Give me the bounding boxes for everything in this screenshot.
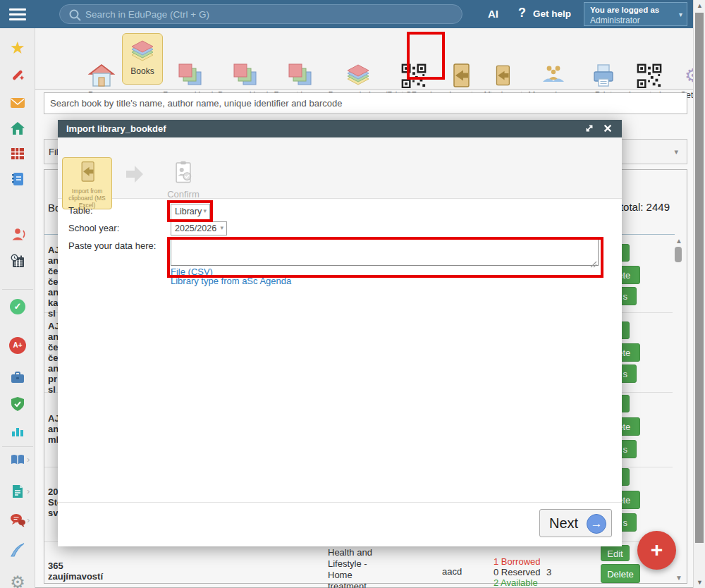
chevron-down-icon: ▾ [203, 207, 207, 214]
sidebar-item-communication[interactable]: › [0, 512, 35, 532]
modal-title-bar[interactable]: Import library_bookdef [58, 120, 622, 137]
asc-agenda-link[interactable]: Library type from aSc Agenda [171, 276, 291, 286]
logged-as-label: You are logged as [590, 6, 659, 14]
next-button[interactable]: Next → [539, 509, 612, 537]
printer-icon [589, 61, 618, 90]
modal-steps-bar: Import fromclipboard (MSExcel) Confirm [58, 137, 622, 199]
sidebar-item-library[interactable]: › [0, 451, 35, 471]
page-scrollbar[interactable]: ▲ ▼ [693, 0, 705, 588]
sidebar-item-security[interactable] [0, 396, 35, 415]
sidebar-item-settings[interactable]: ⚙ [0, 572, 35, 588]
library-ribbon: Borrow Books Reserved books Borrowed boo… [35, 28, 693, 90]
scrollbar-thumb[interactable] [695, 13, 704, 543]
person-icon [9, 233, 26, 245]
sidebar-item-wizard[interactable] [0, 66, 35, 86]
step-arrow-icon [125, 164, 145, 187]
book-category: Health andLifestyle -Hometreatment [328, 547, 372, 588]
sidebar-item-messages[interactable] [0, 94, 35, 114]
star-icon: ★ [10, 38, 25, 57]
sidebar-item-classbook[interactable] [0, 171, 35, 190]
chat-bubbles-icon [9, 519, 26, 531]
magic-wand-icon [9, 73, 26, 85]
row-edit-button[interactable]: Edit [601, 545, 630, 561]
add-book-fab[interactable]: + [637, 531, 676, 570]
sidebar-item-approvals[interactable]: ✓ [0, 299, 35, 314]
briefcase-icon [9, 376, 26, 388]
global-search [59, 4, 462, 24]
logged-user-name: Administrator [590, 16, 640, 25]
bar-chart-icon [9, 429, 26, 441]
book-search-field[interactable] [44, 92, 687, 114]
sidebar-item-documents[interactable]: › [0, 483, 35, 503]
a-plus-circle-icon: A+ [9, 337, 26, 354]
house-icon [9, 127, 26, 139]
search-icon [68, 8, 82, 25]
sidebar-item-calendar[interactable] [0, 252, 35, 272]
gear-icon: ⚙ [10, 572, 25, 588]
book-layers-icon [128, 37, 157, 66]
footer-divider [58, 502, 622, 503]
next-button-label: Next [549, 515, 578, 532]
chevron-right-icon: › [27, 454, 30, 465]
scroll-down-icon[interactable]: ▼ [694, 577, 705, 588]
sidebar-item-home[interactable] [0, 120, 35, 140]
ai-button[interactable]: AI [488, 8, 498, 20]
paste-data-textarea[interactable] [171, 238, 599, 266]
sidebar-item-students[interactable] [0, 226, 35, 245]
document-icon [9, 490, 26, 502]
help-question-icon[interactable]: ? [518, 6, 526, 20]
table-select[interactable]: Library ▾ [171, 204, 210, 220]
shield-check-icon [9, 403, 26, 415]
confirm-clipboard-icon [173, 173, 193, 185]
step-import-from-clipboard[interactable]: Import fromclipboard (MSExcel) [62, 157, 112, 209]
notebook-icon [9, 178, 26, 190]
get-help-button[interactable]: Get help [533, 8, 571, 19]
table-scroll-up-icon[interactable]: ▲ [675, 237, 682, 245]
resize-handle-icon[interactable] [590, 258, 597, 271]
table-scroll-down-icon[interactable]: ▼ [675, 574, 682, 582]
available-count[interactable]: 2 Available [494, 577, 538, 588]
import-modal: Import library_bookdef Import fromclipbo… [58, 120, 622, 546]
school-year-select[interactable]: 2025/2026 ▾ [171, 221, 227, 235]
sidebar-item-statistics[interactable] [0, 422, 35, 442]
school-year-value: 2025/2026 [175, 223, 216, 233]
top-bar: AI ? Get help You are logged as Administ… [0, 0, 693, 28]
house-borrow-icon [87, 61, 116, 90]
modal-title: Import library_bookdef [66, 123, 166, 134]
ribbon-item-books[interactable]: Books [122, 33, 163, 85]
book-title: 365zaujímavostí [48, 561, 103, 582]
table-scrollbar-thumb[interactable] [675, 247, 682, 262]
sidebar-item-exams[interactable] [0, 541, 35, 561]
logged-user-dropdown[interactable]: You are logged as Administrator ▾ [584, 2, 687, 26]
sidebar-divider [2, 446, 33, 447]
sidebar-item-timetable[interactable] [0, 145, 35, 165]
expand-icon[interactable] [584, 123, 595, 137]
scroll-up-icon[interactable]: ▲ [694, 0, 705, 11]
people-icon [539, 61, 568, 90]
sidebar-item-agenda[interactable] [0, 369, 35, 388]
sidebar-item-grades[interactable]: A+ [0, 337, 35, 354]
search-input[interactable] [85, 6, 452, 22]
envelope-icon [9, 102, 26, 114]
sidebar-divider [2, 289, 33, 290]
paste-data-label: Paste your data here: [68, 240, 156, 251]
edupage-library-screen: AI ? Get help You are logged as Administ… [0, 0, 705, 588]
quill-pen-icon [9, 549, 26, 561]
copies-count: 3 [546, 567, 551, 577]
qr-code-icon [400, 61, 427, 90]
chevron-down-icon: ▾ [220, 224, 223, 231]
row-delete-button[interactable]: Delete [601, 564, 640, 583]
book-layers-icon [344, 61, 372, 90]
stacked-squares-icon [232, 61, 260, 90]
close-icon[interactable] [602, 123, 613, 137]
check-circle-icon: ✓ [10, 299, 25, 314]
book-search-input[interactable] [44, 93, 687, 114]
calendar-clock-icon [9, 259, 26, 271]
chevron-down-icon: ▾ [674, 147, 678, 157]
qr-code-icon [636, 61, 663, 90]
hamburger-menu-icon[interactable] [9, 8, 26, 20]
chevron-down-icon: ▾ [679, 11, 682, 18]
sidebar-item-favorites[interactable]: ★ [0, 38, 35, 58]
school-year-label: School year: [68, 223, 119, 233]
step-label: Confirm [157, 189, 210, 200]
